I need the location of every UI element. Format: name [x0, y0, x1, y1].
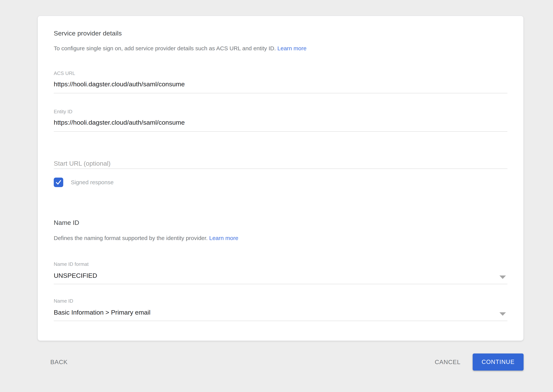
- name-id-select[interactable]: Name ID Basic Information > Primary emai…: [54, 298, 507, 321]
- name-id-heading: Name ID: [54, 219, 507, 227]
- entity-id-field: Entity ID: [54, 109, 507, 132]
- acs-url-label: ACS URL: [54, 70, 507, 76]
- footer-right-actions: CANCEL CONTINUE: [435, 353, 524, 371]
- check-icon: [55, 179, 62, 186]
- signed-response-row: Signed response: [54, 178, 507, 187]
- name-id-label: Name ID: [54, 298, 507, 304]
- signed-response-checkbox[interactable]: [54, 178, 63, 187]
- acs-url-field: ACS URL: [54, 70, 507, 93]
- entity-id-input[interactable]: [54, 115, 507, 132]
- name-id-description: Defines the naming format supported by t…: [54, 235, 507, 242]
- footer-actions: BACK CANCEL CONTINUE: [38, 353, 524, 371]
- name-id-value: Basic Information > Primary email: [54, 304, 507, 321]
- name-id-format-value: UNSPECIFIED: [54, 267, 507, 284]
- sp-learn-more-link[interactable]: Learn more: [277, 45, 307, 51]
- entity-id-label: Entity ID: [54, 109, 507, 115]
- page-title: Service provider details: [54, 29, 507, 37]
- back-button[interactable]: BACK: [50, 359, 68, 366]
- page-description-text: To configure single sign on, add service…: [54, 45, 276, 51]
- name-id-format-select[interactable]: Name ID format UNSPECIFIED: [54, 261, 507, 284]
- cancel-button[interactable]: CANCEL: [435, 359, 460, 366]
- name-id-learn-more-link[interactable]: Learn more: [209, 235, 238, 241]
- continue-button[interactable]: CONTINUE: [473, 353, 524, 371]
- page-description: To configure single sign on, add service…: [54, 45, 507, 52]
- acs-url-input[interactable]: [54, 76, 507, 93]
- dropdown-arrow-icon: [499, 275, 506, 279]
- service-provider-card: Service provider details To configure si…: [38, 16, 524, 341]
- dropdown-arrow-icon: [499, 312, 506, 316]
- name-id-format-label: Name ID format: [54, 261, 507, 267]
- start-url-input[interactable]: [54, 159, 507, 169]
- start-url-field: [54, 159, 507, 169]
- signed-response-label: Signed response: [71, 179, 114, 186]
- name-id-description-text: Defines the naming format supported by t…: [54, 235, 208, 241]
